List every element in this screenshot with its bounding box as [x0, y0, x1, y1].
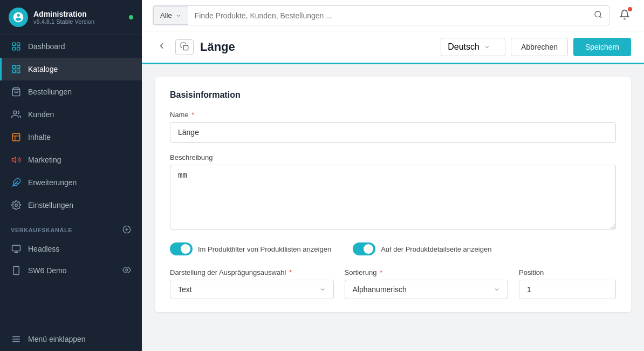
sortierung-value: Alphanumerisch: [353, 285, 407, 294]
collapse-icon: [11, 334, 22, 345]
headless-icon: [11, 244, 22, 254]
topbar-actions: [616, 6, 633, 25]
sales-section-label: Verkaufskanäle: [11, 227, 72, 233]
svg-rect-3: [17, 48, 20, 50]
sidebar-item-label: Dashboard: [28, 42, 65, 51]
search-button[interactable]: [587, 6, 609, 25]
darstellung-value: Text: [178, 285, 192, 294]
page-header-actions: Deutsch Abbrechen Speichern: [441, 38, 631, 56]
sales-section: Verkaufskanäle: [0, 217, 142, 238]
kataloge-icon: [11, 64, 22, 75]
darstellung-group: Darstellung der Ausprägungsauswahl * Tex…: [170, 268, 334, 299]
selects-row: Darstellung der Ausprägungsauswahl * Tex…: [170, 268, 616, 299]
sidebar-item-sw6demo[interactable]: SW6 Demo: [0, 260, 142, 281]
toggle-group-1: Im Produktfilter von Produktlisten anzei…: [170, 242, 331, 255]
back-button[interactable]: [155, 39, 169, 56]
app-version: v6.4.8.1 Stable Version: [33, 18, 94, 25]
name-field-group: Name *: [170, 111, 616, 143]
description-label: Beschreibung: [170, 153, 616, 161]
inhalte-icon: [11, 132, 22, 143]
copy-icon: [180, 42, 189, 51]
name-input[interactable]: [170, 122, 616, 143]
save-button[interactable]: Speichern: [573, 38, 631, 56]
darstellung-label: Darstellung der Ausprägungsauswahl *: [170, 268, 334, 276]
svg-point-12: [15, 204, 18, 207]
form-card: Basisinformation Name * Beschreibung: [155, 77, 631, 312]
sidebar-item-dashboard[interactable]: Dashboard: [0, 35, 142, 58]
description-field-group: Beschreibung: [170, 153, 616, 232]
svg-rect-6: [12, 133, 20, 141]
svg-rect-27: [183, 45, 188, 50]
copy-button[interactable]: [175, 39, 194, 55]
collapse-menu-button[interactable]: Menü einklappen: [0, 327, 142, 351]
cancel-button[interactable]: Abbrechen: [511, 38, 568, 56]
svg-rect-1: [17, 43, 20, 45]
search-input[interactable]: [188, 6, 587, 25]
page-header: Länge Deutsch Abbrechen Speichern: [142, 31, 644, 64]
sidebar-item-label: Inhalte: [28, 133, 51, 141]
app-name: Administration: [33, 10, 94, 18]
sidebar-item-erweiterungen[interactable]: Erweiterungen: [0, 171, 142, 194]
status-dot: [129, 15, 133, 19]
toggle-produktfilter[interactable]: [170, 242, 193, 255]
chevron-down-icon: [484, 44, 490, 50]
bestellungen-icon: [11, 86, 22, 97]
language-select[interactable]: Deutsch: [441, 38, 505, 56]
position-label: Position: [519, 268, 616, 276]
app-logo: [9, 8, 28, 27]
darstellung-select[interactable]: Text: [170, 280, 334, 299]
sidebar-item-marketing[interactable]: Marketing: [0, 148, 142, 171]
position-input[interactable]: [519, 280, 616, 299]
search-icon: [594, 10, 602, 19]
sidebar-item-headless[interactable]: Headless: [0, 238, 142, 260]
toggle-slider-2: [353, 242, 375, 255]
filter-label: Alle: [160, 11, 172, 19]
toggle-group-2: Auf der Produktdetailseite anzeigen: [353, 242, 491, 255]
sortierung-select[interactable]: Alphanumerisch: [345, 280, 509, 299]
main-nav: Dashboard Kataloge Bestellungen Kunden I…: [0, 35, 142, 217]
back-arrow-icon: [157, 41, 167, 51]
dashboard-icon: [11, 41, 22, 52]
add-sales-channel-button[interactable]: [122, 225, 131, 235]
notification-badge: [628, 7, 632, 11]
sidebar-item-kataloge[interactable]: Kataloge: [0, 58, 142, 80]
sidebar-header: Administration v6.4.8.1 Stable Version: [0, 0, 142, 35]
sortierung-label: Sortierung *: [345, 268, 509, 276]
form-section-title: Basisinformation: [170, 90, 616, 100]
search-filter-button[interactable]: Alle: [153, 6, 188, 25]
sidebar-item-inhalte[interactable]: Inhalte: [0, 126, 142, 148]
name-label: Name *: [170, 111, 616, 119]
sidebar-item-kunden[interactable]: Kunden: [0, 103, 142, 126]
kunden-icon: [11, 109, 22, 120]
sidebar-item-bestellungen[interactable]: Bestellungen: [0, 80, 142, 103]
svg-rect-16: [12, 245, 20, 251]
page-title: Länge: [200, 40, 235, 54]
sidebar-item-label: Erweiterungen: [28, 178, 77, 187]
sidebar-item-label: Headless: [28, 245, 59, 253]
einstellungen-icon: [11, 200, 22, 211]
collapse-label: Menü einklappen: [28, 335, 86, 343]
main-content: Alle Länge Deutsch: [142, 0, 644, 351]
toggle-produktdetail[interactable]: [353, 242, 375, 255]
sidebar-item-label: Kunden: [28, 110, 54, 119]
sidebar-item-einstellungen[interactable]: Einstellungen: [0, 194, 142, 217]
eye-icon[interactable]: [122, 266, 131, 276]
svg-point-21: [126, 269, 128, 271]
sidebar-item-label: Marketing: [28, 156, 61, 164]
required-marker: *: [190, 111, 195, 119]
svg-rect-0: [12, 43, 15, 45]
notifications-button[interactable]: [616, 6, 633, 25]
sidebar: Administration v6.4.8.1 Stable Version D…: [0, 0, 142, 351]
svg-line-26: [600, 16, 601, 18]
toggle-label-1: Im Produktfilter von Produktlisten anzei…: [198, 245, 331, 253]
chevron-down-icon: [494, 286, 500, 293]
toggle-row: Im Produktfilter von Produktlisten anzei…: [170, 242, 616, 255]
page-content: Basisinformation Name * Beschreibung: [142, 64, 644, 351]
sortierung-group: Sortierung * Alphanumerisch: [345, 268, 509, 299]
toggle-slider-1: [170, 242, 193, 255]
description-textarea[interactable]: [170, 165, 616, 230]
svg-point-25: [595, 11, 601, 17]
sidebar-item-label: SW6 Demo: [28, 266, 67, 275]
position-group: Position: [519, 268, 616, 299]
search-bar: Alle: [153, 5, 609, 25]
